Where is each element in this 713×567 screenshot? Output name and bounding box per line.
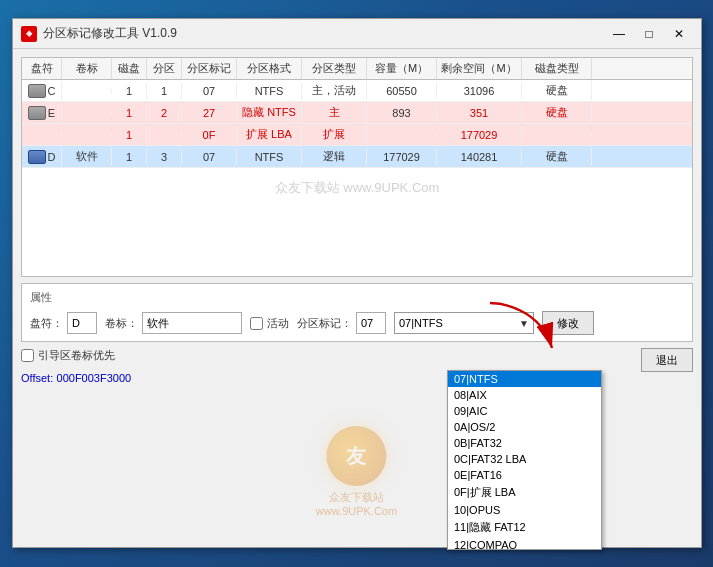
table-header: 盘符 卷标 磁盘 分区 分区标记 分区格式 分区类型 容量（M） 剩余空间（M）… <box>22 58 692 80</box>
minimize-button[interactable]: — <box>605 23 633 45</box>
dropdown-item[interactable]: 11|隐藏 FAT12 <box>448 518 601 537</box>
exit-button[interactable]: 退出 <box>641 348 693 372</box>
cell-drive: D <box>22 148 62 166</box>
table-row[interactable]: E 1 2 27 隐藏 NTFS 主 893 351 硬盘 <box>22 102 692 124</box>
modify-button[interactable]: 修改 <box>542 311 594 335</box>
table-row[interactable]: C 1 1 07 NTFS 主，活动 60550 31096 硬盘 <box>22 80 692 102</box>
boot-priority-row: 引导区卷标优先 <box>21 348 131 363</box>
cell-part-format: NTFS <box>237 83 302 99</box>
cell-part-type: 逻辑 <box>302 147 367 166</box>
cell-part-type: 主 <box>302 103 367 122</box>
col-disk: 磁盘 <box>112 58 147 79</box>
cell-disk-type <box>522 133 592 137</box>
title-left: ◈ 分区标记修改工具 V1.0.9 <box>21 25 177 42</box>
cell-label: 软件 <box>62 147 112 166</box>
cell-free-space: 140281 <box>437 149 522 165</box>
format-dropdown-wrapper: 07|NTFS ▼ <box>394 312 534 334</box>
partition-table: 盘符 卷标 磁盘 分区 分区标记 分区格式 分区类型 容量（M） 剩余空间（M）… <box>21 57 693 277</box>
dropdown-item[interactable]: 0F|扩展 LBA <box>448 483 601 502</box>
col-drive: 盘符 <box>22 58 62 79</box>
cell-part-type: 扩展 <box>302 125 367 144</box>
cell-part-mark: 07 <box>182 83 237 99</box>
dropdown-item[interactable]: 0A|OS/2 <box>448 419 601 435</box>
cell-disk: 1 <box>112 105 147 121</box>
cell-free-space: 351 <box>437 105 522 121</box>
cell-label <box>62 133 112 137</box>
cell-drive: C <box>22 82 62 100</box>
dropdown-item[interactable]: 07|NTFS <box>448 371 601 387</box>
drive-letter: C <box>48 85 56 97</box>
cell-drive <box>22 133 62 137</box>
active-checkbox-item: 活动 <box>250 316 289 331</box>
dropdown-item[interactable]: 0C|FAT32 LBA <box>448 451 601 467</box>
cell-label <box>62 111 112 115</box>
boot-priority-checkbox[interactable] <box>21 349 34 362</box>
vol-label: 卷标： <box>105 316 138 331</box>
table-row[interactable]: 1 0F 扩展 LBA 扩展 177029 <box>22 124 692 146</box>
drive-label: 盘符： <box>30 316 63 331</box>
format-dropdown-trigger[interactable]: 07|NTFS ▼ <box>394 312 534 334</box>
active-checkbox[interactable] <box>250 317 263 330</box>
dropdown-item[interactable]: 08|AIX <box>448 387 601 403</box>
dropdown-item[interactable]: 10|OPUS <box>448 502 601 518</box>
dropdown-arrow-icon: ▼ <box>519 318 529 329</box>
offset-row: Offset: 000F003F3000 <box>21 371 131 385</box>
cell-disk-type: 硬盘 <box>522 81 592 100</box>
cell-disk: 1 <box>112 83 147 99</box>
drive-letter: E <box>48 107 55 119</box>
dropdown-item[interactable]: 12|COMPAQ <box>448 537 601 550</box>
cell-capacity: 60550 <box>367 83 437 99</box>
cell-capacity <box>367 133 437 137</box>
window-title: 分区标记修改工具 V1.0.9 <box>43 25 177 42</box>
col-partition: 分区 <box>147 58 182 79</box>
dropdown-list: 07|NTFS 08|AIX 09|AIC 0A|OS/2 0B|FAT32 0… <box>447 370 602 550</box>
col-part-mark: 分区标记 <box>182 58 237 79</box>
disk-icon-blue <box>28 150 46 164</box>
cell-capacity: 893 <box>367 105 437 121</box>
watermark-logo-inner: 众友下载站 www.9UPK.Com <box>275 179 440 197</box>
vol-prop: 卷标： <box>105 312 242 334</box>
col-part-type: 分区类型 <box>302 58 367 79</box>
boot-priority-label: 引导区卷标优先 <box>38 348 115 363</box>
cell-partition: 2 <box>147 105 182 121</box>
vol-input[interactable] <box>142 312 242 334</box>
dropdown-item[interactable]: 09|AIC <box>448 403 601 419</box>
dropdown-item[interactable]: 0E|FAT16 <box>448 467 601 483</box>
drive-cell: E <box>25 106 58 120</box>
col-label: 卷标 <box>62 58 112 79</box>
drive-input[interactable] <box>67 312 97 334</box>
cell-disk: 1 <box>112 127 147 143</box>
dropdown-item[interactable]: 0B|FAT32 <box>448 435 601 451</box>
left-controls: 引导区卷标优先 Offset: 000F003F3000 <box>21 348 131 385</box>
cell-label <box>62 89 112 93</box>
cell-free-space: 31096 <box>437 83 522 99</box>
cell-drive: E <box>22 104 62 122</box>
cell-free-space: 177029 <box>437 127 522 143</box>
col-disk-type: 磁盘类型 <box>522 58 592 79</box>
drive-prop: 盘符： <box>30 312 97 334</box>
part-mark-prop: 分区标记： <box>297 312 386 334</box>
table-row[interactable]: D 软件 1 3 07 NTFS 逻辑 177029 140281 硬盘 <box>22 146 692 168</box>
close-button[interactable]: ✕ <box>665 23 693 45</box>
cell-part-type: 主，活动 <box>302 81 367 100</box>
props-section-label: 属性 <box>30 290 684 305</box>
right-buttons: 退出 <box>641 348 693 372</box>
cell-part-mark: 27 <box>182 105 237 121</box>
cell-part-format: 隐藏 NTFS <box>237 103 302 122</box>
app-icon: ◈ <box>21 26 37 42</box>
col-free-space: 剩余空间（M） <box>437 58 522 79</box>
cell-partition <box>147 133 182 137</box>
part-mark-input[interactable] <box>356 312 386 334</box>
props-row: 盘符： 卷标： 活动 分区标记： 07|N <box>30 311 684 335</box>
cell-part-mark: 07 <box>182 149 237 165</box>
col-capacity: 容量（M） <box>367 58 437 79</box>
active-label: 活动 <box>267 316 289 331</box>
cell-capacity: 177029 <box>367 149 437 165</box>
cell-disk-type: 硬盘 <box>522 147 592 166</box>
maximize-button[interactable]: □ <box>635 23 663 45</box>
cell-part-format: 扩展 LBA <box>237 125 302 144</box>
disk-icon <box>28 106 46 120</box>
drive-cell: D <box>25 150 58 164</box>
col-part-format: 分区格式 <box>237 58 302 79</box>
properties-section: 属性 盘符： 卷标： 活动 分区标记： <box>21 283 693 342</box>
